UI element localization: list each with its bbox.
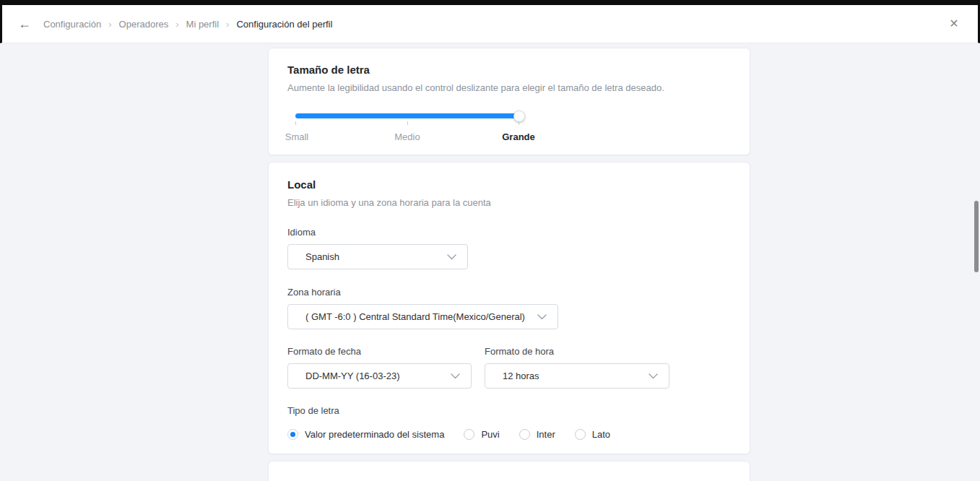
chevron-down-icon: [447, 254, 456, 260]
idioma-select[interactable]: Spanish: [287, 244, 468, 269]
radio-valor-predeterminado[interactable]: Valor predeterminado del sistema: [287, 429, 444, 440]
radio-lato[interactable]: Lato: [575, 429, 610, 440]
formato-hora-select[interactable]: 12 horas: [485, 363, 669, 389]
chevron-down-icon: [649, 373, 658, 379]
slider-tick: [407, 121, 408, 125]
font-size-card: Tamaño de letra Aumente la legibilidad u…: [268, 48, 750, 155]
slider-labels: Small Medio Grande: [295, 131, 519, 143]
font-size-card-title: Tamaño de letra: [287, 64, 731, 76]
radio-button-icon[interactable]: [519, 429, 530, 440]
breadcrumb-separator-icon: ›: [108, 19, 111, 30]
local-card: Local Elija un idioma y una zona horaria…: [268, 162, 750, 454]
formato-fecha-select[interactable]: DD-MM-YY (16-03-23): [287, 363, 472, 389]
slider-label-grande[interactable]: Grande: [502, 131, 535, 142]
next-settings-card: [268, 461, 750, 481]
zona-horaria-label: Zona horaria: [287, 287, 731, 298]
slider-track[interactable]: [295, 113, 519, 118]
vertical-scrollbar-thumb[interactable]: [974, 201, 979, 272]
idioma-value: Spanish: [305, 251, 339, 262]
radio-inter[interactable]: Inter: [519, 429, 555, 440]
radio-button-icon[interactable]: [287, 429, 298, 440]
chevron-down-icon: [537, 314, 547, 320]
radio-button-icon[interactable]: [464, 429, 474, 440]
tipo-de-letra-options: Valor predeterminado del sistema Puvi In…: [287, 429, 731, 440]
breadcrumb-operadores[interactable]: Operadores: [119, 19, 169, 30]
breadcrumb-mi-perfil[interactable]: Mi perfil: [186, 19, 220, 30]
slider-tick: [519, 121, 519, 125]
breadcrumb-separator-icon: ›: [226, 19, 229, 30]
breadcrumb-configuracion-del-perfil: Configuración del perfil: [236, 19, 332, 30]
radio-puvi[interactable]: Puvi: [464, 429, 499, 440]
font-size-slider[interactable]: Small Medio Grande: [295, 113, 519, 143]
chevron-down-icon: [451, 373, 460, 379]
formato-hora-label: Formato de hora: [485, 346, 669, 357]
header: ← Configuración › Operadores › Mi perfil…: [0, 5, 980, 43]
font-size-card-description: Aumente la legibilidad usando el control…: [287, 82, 731, 93]
radio-label: Puvi: [481, 429, 499, 440]
breadcrumb: Configuración › Operadores › Mi perfil ›…: [43, 19, 332, 30]
window-top-bar: [0, 0, 980, 5]
radio-label: Inter: [537, 429, 555, 440]
zona-horaria-value: ( GMT -6:0 ) Central Standard Time(Mexic…: [305, 311, 525, 322]
back-button[interactable]: ←: [16, 15, 33, 32]
local-card-title: Local: [287, 178, 731, 191]
formato-fecha-value: DD-MM-YY (16-03-23): [305, 370, 400, 381]
slider-thumb[interactable]: [513, 110, 525, 122]
slider-tick: [295, 121, 296, 125]
tipo-de-letra-label: Tipo de letra: [287, 405, 731, 416]
local-card-description: Elija un idioma y una zona horaria para …: [287, 197, 731, 208]
idioma-label: Idioma: [287, 227, 731, 238]
slider-label-medio[interactable]: Medio: [394, 131, 420, 142]
close-icon[interactable]: ✕: [945, 14, 963, 33]
slider-label-small[interactable]: Small: [285, 131, 309, 142]
radio-button-icon[interactable]: [575, 429, 586, 440]
zona-horaria-select[interactable]: ( GMT -6:0 ) Central Standard Time(Mexic…: [287, 304, 558, 329]
breadcrumb-separator-icon: ›: [175, 19, 178, 30]
formato-hora-value: 12 horas: [503, 370, 539, 381]
formato-fecha-label: Formato de fecha: [287, 346, 472, 357]
radio-label: Valor predeterminado del sistema: [305, 429, 444, 440]
radio-label: Lato: [592, 429, 610, 440]
breadcrumb-configuracion[interactable]: Configuración: [43, 19, 101, 30]
